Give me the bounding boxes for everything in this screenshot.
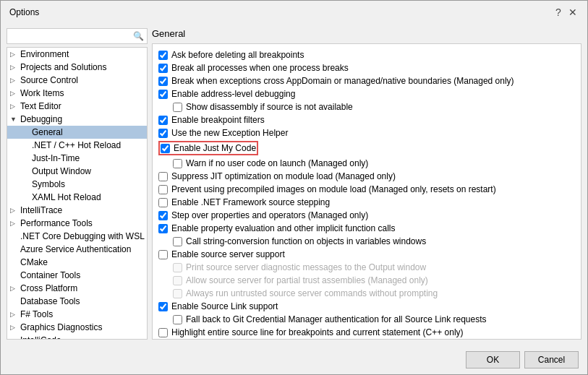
- tree-item-debugging-xaml[interactable]: XAML Hot Reload: [7, 191, 147, 204]
- tree-label-container-tools: Container Tools: [20, 270, 80, 280]
- tree-label-debugging: Debugging: [20, 114, 62, 124]
- checkbox-enable-just-my-code[interactable]: [161, 144, 170, 153]
- tree-label-debugging-jit: Just-In-Time: [32, 153, 80, 163]
- right-panel: General Ask before deleting all breakpoi…: [152, 28, 581, 340]
- checkbox-enable-source-server[interactable]: [158, 250, 168, 259]
- option-label-use-exception-helper: Use the new Exception Helper: [171, 128, 288, 138]
- tree-label-cmake: CMake: [20, 257, 48, 267]
- checkbox-allow-source-server-partial: [173, 276, 182, 285]
- tree-item-debugging-general[interactable]: General: [7, 126, 147, 139]
- option-label-fallback-git-credential: Fall back to Git Credential Manager auth…: [186, 314, 487, 324]
- tree-item-source-control[interactable]: ▷Source Control: [7, 74, 147, 87]
- checkbox-break-exceptions-cross[interactable]: [158, 77, 168, 86]
- tree-label-projects-solutions: Projects and Solutions: [20, 62, 106, 72]
- tree-item-environment[interactable]: ▷Environment: [7, 48, 147, 61]
- cancel-button[interactable]: Cancel: [524, 351, 579, 368]
- checkbox-prevent-precompiled[interactable]: [158, 185, 168, 194]
- search-box: 🔍: [7, 28, 148, 44]
- checkbox-highlight-source-line[interactable]: [158, 328, 168, 337]
- checkbox-fallback-git-credential[interactable]: [173, 315, 182, 324]
- ok-button[interactable]: OK: [466, 351, 520, 368]
- tree-item-azure-service[interactable]: Azure Service Authentication: [7, 243, 147, 256]
- option-row-fallback-git-credential: Fall back to Git Credential Manager auth…: [158, 313, 575, 326]
- tree-label-net-core-debugging: .NET Core Debugging with WSL: [20, 231, 145, 241]
- checkbox-enable-net-framework-stepping[interactable]: [158, 198, 168, 207]
- tree-arrow-projects-solutions: ▷: [10, 64, 19, 71]
- tree-item-performance-tools[interactable]: ▷Performance Tools: [7, 217, 147, 230]
- tree-item-debugging[interactable]: ▼Debugging: [7, 113, 147, 126]
- tree-item-intellicode[interactable]: IntelliCode: [7, 334, 147, 340]
- tree-arrow-intellitrace: ▷: [10, 207, 19, 214]
- checkbox-break-all-processes[interactable]: [158, 64, 168, 73]
- options-dialog: Options ? ✕ 🔍 ▷Environment▷Projects and …: [0, 0, 588, 375]
- bottom-bar: OK Cancel: [1, 345, 587, 374]
- option-row-print-source-server-diagnostic: Print source server diagnostic messages …: [158, 261, 575, 274]
- tree-arrow-performance-tools: ▷: [10, 220, 19, 227]
- close-button[interactable]: ✕: [567, 7, 579, 18]
- tree-label-debugging-xaml: XAML Hot Reload: [32, 192, 101, 202]
- tree-arrow-cross-platform: ▷: [10, 285, 19, 292]
- checkbox-always-run-untrusted: [173, 289, 182, 298]
- tree-item-f-tools[interactable]: ▷F# Tools: [7, 308, 147, 321]
- tree-item-container-tools[interactable]: Container Tools: [7, 269, 147, 282]
- tree-item-intellitrace[interactable]: ▷IntelliTrace: [7, 204, 147, 217]
- tree-label-work-items: Work Items: [20, 88, 64, 98]
- option-row-require-source-files-match: Require source files to exactly match th…: [158, 339, 575, 340]
- highlight-box-enable-just-my-code: Enable Just My Code: [158, 141, 258, 155]
- left-panel: 🔍 ▷Environment▷Projects and Solutions▷So…: [7, 28, 148, 340]
- title-bar-controls: ? ✕: [553, 7, 579, 18]
- help-button[interactable]: ?: [553, 7, 564, 18]
- checkbox-call-string-conversion[interactable]: [173, 237, 182, 246]
- tree-arrow-environment: ▷: [10, 51, 19, 58]
- option-label-warn-no-user-code: Warn if no user code on launch (Managed …: [186, 158, 368, 168]
- checkbox-enable-source-link[interactable]: [158, 302, 168, 311]
- checkbox-ask-delete-breakpoints[interactable]: [158, 51, 168, 60]
- tree-item-debugging-symbols[interactable]: Symbols: [7, 178, 147, 191]
- content-area: 🔍 ▷Environment▷Projects and Solutions▷So…: [1, 22, 587, 345]
- search-icon[interactable]: 🔍: [133, 31, 144, 41]
- checkbox-print-source-server-diagnostic: [173, 263, 182, 272]
- tree-item-cmake[interactable]: CMake: [7, 256, 147, 269]
- option-row-enable-property-evaluation: Enable property evaluation and other imp…: [158, 222, 575, 235]
- checkbox-enable-breakpoint-filters[interactable]: [158, 116, 168, 125]
- option-row-always-run-untrusted: Always run untrusted source server comma…: [158, 287, 575, 300]
- tree-label-performance-tools: Performance Tools: [20, 218, 93, 228]
- search-input[interactable]: [10, 31, 133, 41]
- tree-item-cross-platform[interactable]: ▷Cross Platform: [7, 282, 147, 295]
- option-label-enable-just-my-code: Enable Just My Code: [174, 143, 256, 153]
- tree-item-graphics-diagnostics[interactable]: ▷Graphics Diagnostics: [7, 321, 147, 334]
- option-label-call-string-conversion: Call string-conversion function on objec…: [186, 236, 426, 246]
- checkbox-suppress-jit-optimization[interactable]: [158, 172, 168, 181]
- option-row-warn-no-user-code: Warn if no user code on launch (Managed …: [158, 157, 575, 170]
- tree-item-net-core-debugging[interactable]: .NET Core Debugging with WSL: [7, 230, 147, 243]
- checkbox-step-over-properties[interactable]: [158, 211, 168, 220]
- checkbox-enable-property-evaluation[interactable]: [158, 224, 168, 233]
- option-label-enable-net-framework-stepping: Enable .NET Framework source stepping: [171, 197, 330, 207]
- tree-item-debugging-jit[interactable]: Just-In-Time: [7, 152, 147, 165]
- checkbox-show-disassembly[interactable]: [173, 103, 182, 112]
- option-row-ask-delete-breakpoints: Ask before deleting all breakpoints: [158, 48, 575, 61]
- tree-arrow-source-control: ▷: [10, 77, 19, 84]
- option-label-enable-property-evaluation: Enable property evaluation and other imp…: [171, 223, 396, 233]
- option-label-enable-source-link: Enable Source Link support: [171, 301, 278, 311]
- option-row-suppress-jit-optimization: Suppress JIT optimization on module load…: [158, 170, 575, 183]
- option-row-allow-source-server-partial: Allow source server for partial trust as…: [158, 274, 575, 287]
- tree-item-projects-solutions[interactable]: ▷Projects and Solutions: [7, 61, 147, 74]
- checkbox-warn-no-user-code[interactable]: [173, 159, 182, 168]
- checkbox-enable-address-debugging[interactable]: [158, 90, 168, 99]
- tree-item-debugging-output[interactable]: Output Window: [7, 165, 147, 178]
- tree-label-intellicode: IntelliCode: [20, 335, 61, 340]
- tree-arrow-debugging: ▼: [10, 116, 19, 123]
- tree-item-text-editor[interactable]: ▷Text Editor: [7, 100, 147, 113]
- option-row-use-exception-helper: Use the new Exception Helper: [158, 126, 575, 139]
- options-content: Ask before deleting all breakpointsBreak…: [152, 43, 581, 340]
- tree-label-debugging-symbols: Symbols: [32, 179, 65, 189]
- tree-item-debugging-hot-reload[interactable]: .NET / C++ Hot Reload: [7, 139, 147, 152]
- checkbox-use-exception-helper[interactable]: [158, 129, 168, 138]
- tree-arrow-graphics-diagnostics: ▷: [10, 324, 19, 331]
- option-label-allow-source-server-partial: Allow source server for partial trust as…: [186, 275, 428, 285]
- tree-label-environment: Environment: [20, 49, 69, 59]
- tree-item-work-items[interactable]: ▷Work Items: [7, 87, 147, 100]
- option-label-enable-address-debugging: Enable address-level debugging: [171, 89, 295, 99]
- tree-item-database-tools[interactable]: Database Tools: [7, 295, 147, 308]
